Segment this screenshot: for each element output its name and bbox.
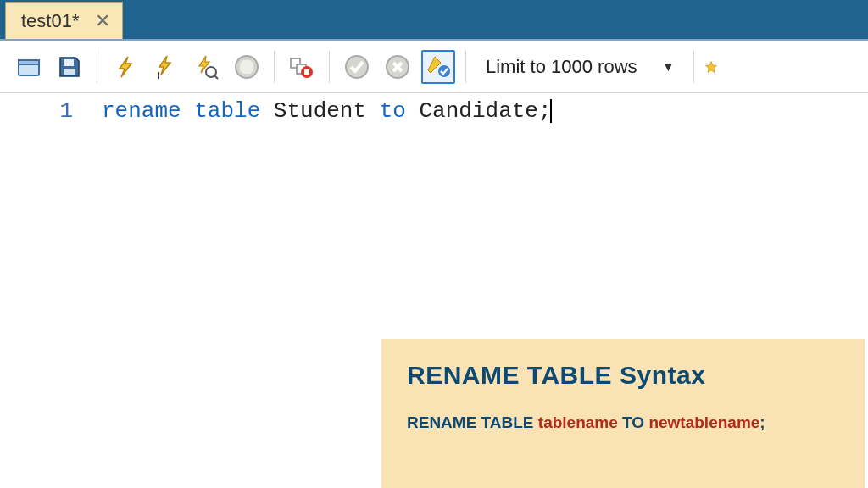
svg-line-6 [214,75,218,79]
code-line[interactable]: rename table Student to Candidate; [102,93,552,129]
svg-rect-3 [64,69,75,75]
open-file-button[interactable] [12,50,46,84]
keyword-to: to [380,98,406,124]
info-card-syntax: RENAME TABLE tablename TO newtablename; [407,413,839,432]
syntax-arg: newtablename [648,413,760,431]
line-number: 1 [0,98,73,124]
tab-test01[interactable]: test01* ✕ [5,2,123,39]
toolbar-separator [693,51,694,83]
toolbar-separator [329,51,330,83]
tab-title: test01* [21,10,80,32]
toolbar: I Limit to 1000 rows ▼ [0,41,868,93]
tab-bar: test01* ✕ [0,0,868,41]
line-gutter: 1 [0,93,102,129]
row-limit-dropdown[interactable]: Limit to 1000 rows ▼ [476,51,683,83]
execute-current-button[interactable]: I [148,50,182,84]
svg-rect-11 [304,69,309,75]
beautify-button[interactable] [421,50,455,84]
toolbar-separator [465,51,466,83]
row-limit-label: Limit to 1000 rows [486,56,637,78]
explain-button[interactable] [189,50,223,84]
rollback-button[interactable] [381,50,415,84]
syntax-keyword: RENAME TABLE [407,413,534,431]
svg-rect-2 [64,59,74,66]
stop-button[interactable] [230,50,264,84]
sql-editor[interactable]: 1 rename table Student to Candidate; [0,93,868,129]
toolbar-separator [274,51,275,83]
commit-button[interactable] [340,50,374,84]
text-cursor [550,99,552,123]
syntax-arg: tablename [538,413,618,431]
execute-button[interactable] [108,50,142,84]
toggle-autocommit-button[interactable] [285,50,319,84]
favorites-button[interactable] [704,50,718,84]
identifier-student: Student [274,98,366,124]
syntax-info-card: RENAME TABLE Syntax RENAME TABLE tablena… [381,339,865,488]
close-icon[interactable]: ✕ [95,10,110,32]
svg-text:I: I [157,70,159,80]
keyword-table: table [194,98,260,124]
syntax-keyword: TO [622,413,644,431]
keyword-rename: rename [102,98,181,124]
svg-rect-1 [19,60,39,64]
save-button[interactable] [53,50,86,84]
syntax-punctuation: ; [760,413,765,431]
chevron-down-icon: ▼ [663,60,675,74]
info-card-title: RENAME TABLE Syntax [407,361,839,390]
toolbar-separator [97,51,97,83]
identifier-candidate: Candidate [420,98,538,124]
